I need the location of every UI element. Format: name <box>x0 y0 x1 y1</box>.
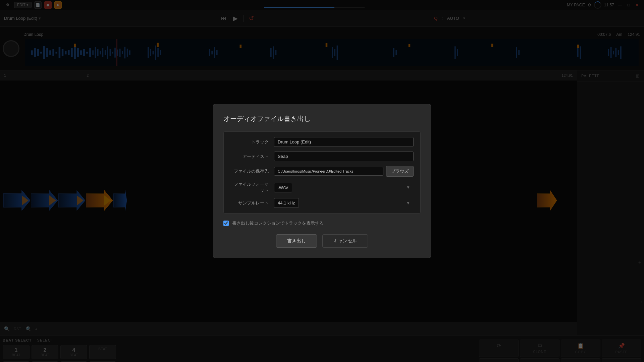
modal-buttons: 書き出し キャンセル <box>223 234 421 248</box>
modal-form-body: トラック アーティスト ファイルの保存先 ブラウズ ファイルフォーマット .WA… <box>223 131 421 214</box>
samplerate-label: サンプルレート <box>230 200 274 206</box>
artist-input[interactable] <box>274 152 414 161</box>
format-label: ファイルフォーマット <box>230 181 274 193</box>
samplerate-arrow-icon: ▼ <box>406 201 410 205</box>
track-input[interactable] <box>274 137 414 147</box>
samplerate-row: サンプルレート 44.1 kHz 48 kHz 96 kHz ▼ <box>230 198 414 208</box>
format-select[interactable]: .WAV .MP3 .AIFF <box>274 183 292 192</box>
checkbox-row: 書き出し後コレクションでトラックを表示する <box>223 220 421 226</box>
format-select-wrapper: .WAV .MP3 .AIFF ▼ <box>274 183 414 192</box>
track-row: トラック <box>230 137 414 147</box>
format-arrow-icon: ▼ <box>406 185 410 190</box>
cancel-button[interactable]: キャンセル <box>322 234 368 248</box>
artist-label: アーティスト <box>230 154 274 160</box>
samplerate-select[interactable]: 44.1 kHz 48 kHz 96 kHz <box>274 198 299 208</box>
export-button[interactable]: 書き出し <box>276 234 317 248</box>
path-label: ファイルの保存先 <box>230 168 274 174</box>
path-row: ファイルの保存先 ブラウズ <box>230 166 414 177</box>
checkbox-label[interactable]: 書き出し後コレクションでトラックを表示する <box>232 220 324 226</box>
track-label: トラック <box>230 139 274 145</box>
artist-row: アーティスト <box>230 152 414 161</box>
browse-button[interactable]: ブラウズ <box>386 166 414 177</box>
show-collection-checkbox[interactable] <box>223 221 229 226</box>
export-modal: オーディオファイル書き出し トラック アーティスト ファイルの保存先 ブラウズ … <box>213 104 431 258</box>
modal-overlay: オーディオファイル書き出し トラック アーティスト ファイルの保存先 ブラウズ … <box>0 0 644 362</box>
path-input[interactable] <box>274 167 383 176</box>
format-row: ファイルフォーマット .WAV .MP3 .AIFF ▼ <box>230 181 414 193</box>
modal-title: オーディオファイル書き出し <box>223 114 421 123</box>
samplerate-select-wrapper: 44.1 kHz 48 kHz 96 kHz ▼ <box>274 198 414 208</box>
